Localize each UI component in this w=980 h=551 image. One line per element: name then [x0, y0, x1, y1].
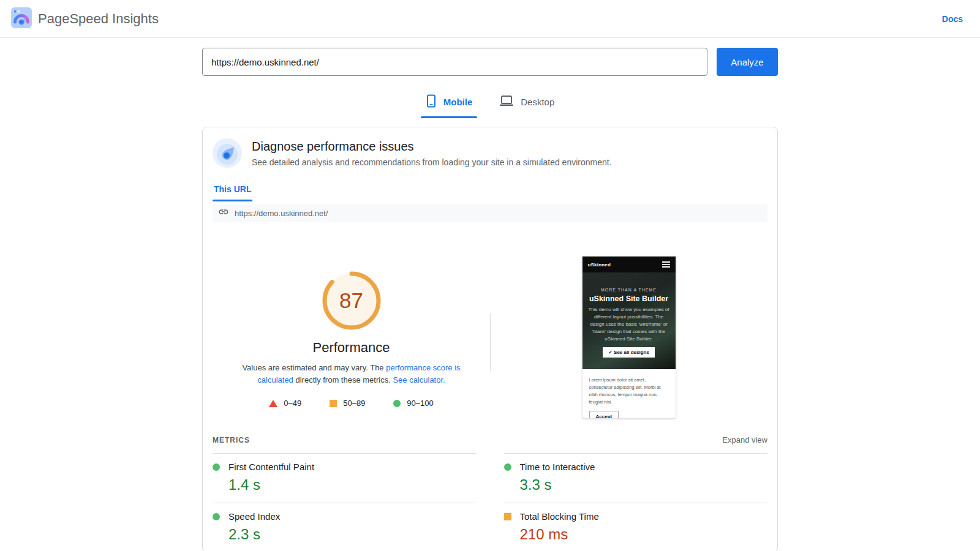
- url-tab-row: This URL: [213, 184, 767, 201]
- metric-value: 3.3 s: [520, 476, 768, 493]
- report-summary: 87 Performance Values are estimated and …: [213, 222, 767, 418]
- analyzed-url-strip: https://demo.uskinned.net/: [213, 204, 767, 222]
- good-circle-icon: [393, 400, 401, 407]
- thumb-tagline: MORE THAN A THEME: [588, 288, 670, 292]
- legend-fail-range: 0–49: [284, 399, 301, 408]
- thumb-hero: MORE THAN A THEME uSkinned Site Builder …: [582, 272, 676, 369]
- performance-score-value: 87: [322, 271, 381, 330]
- top-bar: PageSpeed Insights Docs: [0, 0, 980, 38]
- metric-status-icon: [213, 513, 220, 520]
- diagnose-title: Diagnose performance issues: [252, 140, 612, 154]
- performance-score-gauge[interactable]: 87: [322, 271, 381, 330]
- metric-label: Speed Index: [228, 511, 280, 522]
- thumb-site-logo: uSkinned: [588, 262, 611, 268]
- diagnose-compass-icon: [213, 138, 242, 170]
- legend-item-average: 50–89: [330, 399, 365, 408]
- metric-speed-index: Speed Index 2.3 s: [213, 503, 477, 551]
- diagnose-subtitle: See detailed analysis and recommendation…: [252, 157, 612, 167]
- average-square-icon: [330, 400, 337, 407]
- score-disclaimer: Values are estimated and may vary. The p…: [225, 362, 478, 386]
- metrics-header: METRICS Expand view: [213, 435, 767, 453]
- thumb-heading: uSkinned Site Builder: [588, 294, 670, 303]
- link-icon: [218, 206, 229, 220]
- thumb-cookie-text: Lorem ipsum dolor sit amet, consectetur …: [589, 377, 669, 406]
- metric-time-to-interactive: Time to Interactive 3.3 s: [504, 453, 768, 503]
- thumb-cta-button: ✓ See all designs: [603, 347, 655, 358]
- diagnose-card: Diagnose performance issues See detailed…: [202, 127, 778, 551]
- metrics-grid: First Contentful Paint 1.4 s Time to Int…: [213, 453, 767, 551]
- url-input[interactable]: [202, 48, 707, 76]
- device-tabs: Mobile Desktop: [202, 91, 778, 118]
- performance-label: Performance: [313, 340, 390, 356]
- legend-good-range: 90–100: [407, 399, 433, 408]
- see-calculator-link[interactable]: See calculator.: [393, 375, 445, 384]
- legend-item-good: 90–100: [393, 399, 433, 408]
- metric-value: 210 ms: [520, 526, 768, 543]
- diagnose-header: Diagnose performance issues See detailed…: [213, 137, 767, 170]
- tab-desktop[interactable]: Desktop: [494, 91, 559, 118]
- brand: PageSpeed Insights: [11, 7, 159, 31]
- thumb-hamburger-icon: [662, 261, 670, 268]
- tab-mobile-label: Mobile: [443, 97, 473, 107]
- analyze-button[interactable]: Analyze: [717, 48, 778, 76]
- expand-view-link[interactable]: Expand view: [722, 435, 767, 444]
- tab-desktop-label: Desktop: [521, 97, 554, 107]
- thumb-body-text: This demo will show you examples of diff…: [588, 306, 670, 343]
- metric-label: Total Blocking Time: [520, 511, 599, 522]
- screenshot-column: uSkinned MORE THAN A THEME uSkinned Site…: [490, 222, 767, 418]
- metric-status-icon: [504, 463, 511, 471]
- metric-value: 2.3 s: [228, 526, 477, 543]
- search-row: Analyze: [202, 48, 778, 76]
- score-legend: 0–49 50–89 90–100: [269, 399, 433, 408]
- thumb-cookie-banner: Lorem ipsum dolor sit amet, consectetur …: [582, 369, 676, 418]
- tab-mobile[interactable]: Mobile: [421, 91, 478, 118]
- analyzed-url-text: https://demo.uskinned.net/: [235, 209, 328, 218]
- disclaimer-text-1: Values are estimated and may vary. The: [242, 363, 386, 372]
- metric-label: First Contentful Paint: [228, 462, 314, 472]
- metric-first-contentful-paint: First Contentful Paint 1.4 s: [213, 453, 477, 503]
- page-screenshot-thumbnail: uSkinned MORE THAN A THEME uSkinned Site…: [582, 257, 676, 418]
- metrics-heading: METRICS: [213, 436, 250, 444]
- score-column: 87 Performance Values are estimated and …: [213, 222, 490, 418]
- thumb-site-header: uSkinned: [582, 257, 676, 272]
- pagespeed-logo-icon: [11, 7, 32, 31]
- metric-value: 1.4 s: [228, 476, 477, 493]
- mobile-phone-icon: [426, 94, 437, 110]
- desktop-laptop-icon: [499, 95, 514, 109]
- vertical-divider: [490, 313, 491, 372]
- metric-label: Time to Interactive: [520, 462, 595, 472]
- fail-triangle-icon: [269, 400, 277, 407]
- metric-total-blocking-time: Total Blocking Time 210 ms: [504, 503, 768, 551]
- metric-status-icon: [213, 463, 220, 471]
- thumb-accept-button: Accept: [589, 411, 619, 418]
- tab-this-url[interactable]: This URL: [213, 184, 252, 201]
- disclaimer-text-2: directly from these metrics.: [293, 375, 393, 384]
- app-title: PageSpeed Insights: [38, 11, 159, 27]
- metric-status-icon: [504, 513, 511, 520]
- legend-item-fail: 0–49: [269, 399, 301, 408]
- legend-average-range: 50–89: [343, 399, 365, 408]
- docs-link[interactable]: Docs: [942, 14, 963, 24]
